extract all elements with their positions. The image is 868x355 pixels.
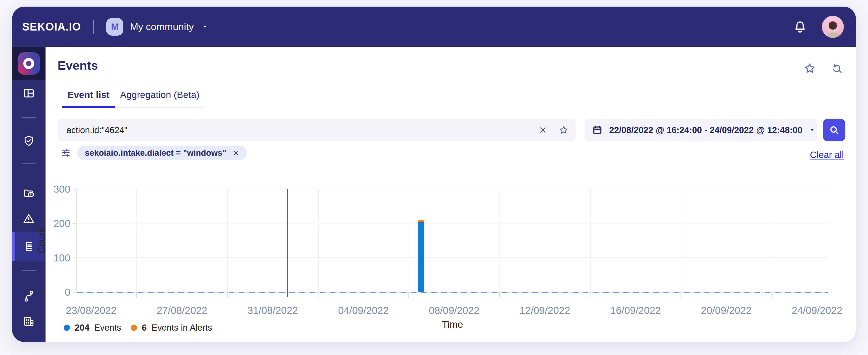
events-count: 204: [75, 323, 90, 332]
legend-item-events[interactable]: 204 Events: [64, 323, 121, 332]
community-avatar: M: [106, 18, 123, 36]
x-tick: [590, 292, 591, 298]
brand-logo: SEKOIA.IO: [22, 21, 81, 33]
chevron-down-icon: [809, 127, 815, 133]
x-tick-label: 04/09/2022: [338, 304, 389, 316]
alerts-triangle-icon: [23, 212, 35, 225]
y-tick: [73, 257, 77, 258]
filter-chip[interactable]: sekoiaio.intake.dialect = "windows": [78, 146, 247, 160]
search-query-box: [58, 119, 576, 141]
active-tab-indicator: [62, 106, 115, 108]
search-icon: [829, 125, 840, 135]
chart-legend: 204 Events 6 Events in Alerts: [64, 323, 212, 332]
x-tick-label: 12/09/2022: [520, 304, 570, 316]
top-bar: SEKOIA.IO M My community: [12, 7, 856, 47]
y-tick-label: 200: [54, 218, 70, 229]
sekoia-logo-icon: [18, 52, 40, 75]
x-tick-label: 27/08/2022: [157, 304, 207, 316]
x-tick-label: 20/09/2022: [701, 304, 751, 316]
events-bar[interactable]: [418, 220, 424, 292]
y-tick: [73, 292, 77, 293]
alerts-count: 6: [142, 323, 147, 332]
x-gridline: [590, 189, 591, 292]
sidebar-item-investigate[interactable]: [12, 181, 45, 205]
sidebar-item-community[interactable]: [12, 309, 45, 334]
y-gridline: [77, 189, 828, 189]
x-tick: [408, 292, 409, 298]
tab-label: Aggregation (Beta): [120, 89, 199, 100]
y-tick-label: 100: [54, 252, 70, 264]
x-tick: [499, 292, 500, 298]
tab-event-list[interactable]: Event list: [62, 89, 115, 107]
desktop-background: SEKOIA.IO M My community: [0, 0, 868, 355]
x-gridline: [681, 189, 681, 292]
x-tick-label: 08/09/2022: [429, 304, 479, 316]
time-marker-line: [287, 189, 288, 297]
tune-sliders-icon[interactable]: [60, 148, 71, 158]
x-tick: [681, 292, 681, 298]
zero-dashed-line: [77, 292, 828, 293]
events-segment: [418, 222, 424, 292]
intakes-plug-icon: [23, 290, 35, 302]
alerts-dot-icon: [131, 325, 137, 331]
page-actions: [804, 62, 843, 74]
x-tick: [318, 292, 318, 298]
search-button[interactable]: [823, 119, 845, 141]
x-tick-label: 31/08/2022: [247, 304, 298, 316]
events-label: Events: [94, 323, 121, 332]
community-selector[interactable]: M My community: [106, 18, 208, 36]
search-history-icon[interactable]: [831, 62, 843, 74]
filter-chip-label: sekoiaio.intake.dialect = "windows": [85, 148, 226, 158]
plot-area: Count Time 010020030023/08/202227/08/202…: [76, 189, 828, 293]
search-input[interactable]: [66, 125, 539, 135]
x-gridline: [136, 189, 137, 292]
legend-item-events-in-alerts[interactable]: 6 Events in Alerts: [131, 323, 212, 332]
y-gridline: [77, 223, 828, 223]
sidebar-divider: [22, 117, 36, 118]
input-divider: [553, 125, 553, 135]
page-title: Events: [58, 58, 98, 72]
sidebar-item-alerts[interactable]: [12, 206, 45, 231]
user-avatar[interactable]: [822, 16, 844, 38]
y-tick-label: 0: [65, 286, 70, 298]
x-tick-label: 16/09/2022: [610, 304, 661, 316]
main-content: Events Event list: [45, 47, 856, 342]
sidebar-divider: [22, 270, 36, 271]
chevron-down-icon: [202, 24, 208, 30]
sidebar-divider: [22, 163, 36, 164]
x-tick-label: 23/08/2022: [66, 304, 117, 316]
clear-query-icon[interactable]: [539, 126, 547, 134]
y-tick: [73, 189, 77, 190]
y-axis-title: Count: [36, 228, 47, 254]
avatar-photo: [822, 18, 844, 38]
save-query-star-icon[interactable]: [559, 125, 568, 135]
notifications-bell-icon[interactable]: [793, 20, 807, 34]
y-tick-label: 300: [54, 183, 70, 195]
sidebar-item-dashboard[interactable]: [12, 81, 45, 105]
x-tick-label: 24/09/2022: [792, 304, 842, 316]
sidebar-item-intelligence[interactable]: [12, 129, 45, 153]
community-name: My community: [130, 21, 194, 33]
remove-filter-icon[interactable]: [232, 150, 240, 156]
sidebar-item-intakes[interactable]: [12, 284, 45, 309]
x-tick: [136, 292, 137, 298]
events-log-icon: [23, 240, 35, 253]
clear-all-link[interactable]: Clear all: [810, 150, 844, 160]
favorite-star-icon[interactable]: [804, 62, 816, 74]
dashboard-icon: [23, 87, 35, 99]
date-range-value: 22/08/2022 @ 16:24:00 - 24/09/2022 @ 12:…: [609, 125, 803, 135]
x-gridline: [499, 189, 500, 292]
calendar-icon: [592, 125, 602, 135]
x-gridline: [409, 189, 409, 292]
date-range-picker[interactable]: 22/08/2022 @ 16:24:00 - 24/09/2022 @ 12:…: [585, 119, 817, 141]
tab-bar: Event list Aggregation (Beta): [62, 89, 205, 108]
topbar-divider: [93, 20, 94, 34]
x-axis-title: Time: [442, 319, 463, 330]
events-in-alerts-segment: [418, 220, 424, 222]
x-gridline: [772, 189, 772, 292]
shield-check-icon: [23, 134, 35, 147]
sekoia-logo-ring: [23, 58, 34, 69]
community-building-icon: [23, 315, 35, 328]
sidebar-logo-cell[interactable]: [12, 47, 45, 80]
tab-aggregation[interactable]: Aggregation (Beta): [115, 89, 205, 107]
